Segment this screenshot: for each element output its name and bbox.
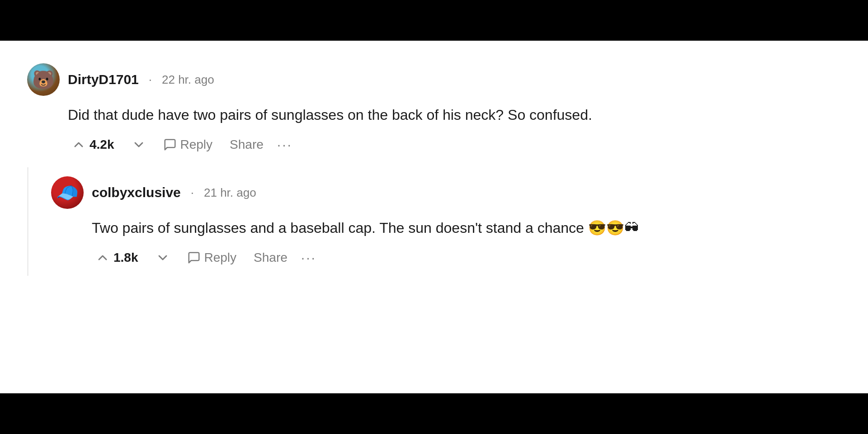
- upvote-icon-2: [95, 250, 110, 265]
- comment-2-header: colbyxclusive · 21 hr. ago: [51, 176, 841, 209]
- share-label-1: Share: [230, 137, 264, 152]
- comment-1-text: Did that dude have two pairs of sunglass…: [68, 104, 841, 126]
- more-button-2[interactable]: ···: [301, 250, 316, 265]
- comment-2-text: Two pairs of sunglasses and a baseball c…: [92, 217, 841, 239]
- downvote-button-2[interactable]: [152, 249, 174, 267]
- comment-1-header: DirtyD1701 · 22 hr. ago: [27, 63, 841, 96]
- separator-1: ·: [149, 73, 152, 87]
- upvote-icon-1: [71, 137, 86, 152]
- reply-button-2[interactable]: Reply: [184, 249, 241, 267]
- reply-label-2: Reply: [204, 250, 237, 265]
- content-area: DirtyD1701 · 22 hr. ago Did that dude ha…: [0, 41, 868, 393]
- share-button-1[interactable]: Share: [226, 136, 267, 154]
- comment-2-actions: 1.8k Reply Share: [92, 249, 841, 267]
- reply-label-1: Reply: [180, 137, 213, 152]
- comment-1-body: Did that dude have two pairs of sunglass…: [68, 104, 841, 154]
- upvote-count-1: 4.2k: [90, 137, 114, 152]
- comment-2: colbyxclusive · 21 hr. ago Two pairs of …: [51, 167, 841, 276]
- share-button-2[interactable]: Share: [250, 249, 291, 267]
- timestamp-2: 21 hr. ago: [204, 186, 256, 200]
- top-bar: [0, 0, 868, 41]
- upvote-button-2[interactable]: 1.8k: [92, 249, 142, 267]
- comment-2-body: Two pairs of sunglasses and a baseball c…: [92, 217, 841, 267]
- comment-1-actions: 4.2k Reply Share ···: [68, 136, 841, 154]
- reply-icon-2: [187, 251, 201, 264]
- downvote-icon-1: [132, 137, 146, 152]
- upvote-count-2: 1.8k: [113, 250, 138, 265]
- avatar-dirtyd1701: [27, 63, 60, 96]
- bottom-bar: [0, 393, 868, 434]
- timestamp-1: 22 hr. ago: [162, 73, 214, 87]
- separator-2: ·: [191, 186, 194, 200]
- username-colbyxclusive: colbyxclusive: [92, 185, 181, 200]
- upvote-button-1[interactable]: 4.2k: [68, 136, 118, 154]
- comment-reply-container: colbyxclusive · 21 hr. ago Two pairs of …: [27, 167, 841, 276]
- share-label-2: Share: [254, 250, 288, 265]
- reply-button-1[interactable]: Reply: [160, 136, 217, 154]
- reply-icon-1: [163, 138, 177, 151]
- downvote-button-1[interactable]: [128, 136, 150, 154]
- more-button-1[interactable]: ···: [277, 137, 292, 152]
- downvote-icon-2: [156, 250, 170, 265]
- avatar-colbyxclusive: [51, 176, 84, 209]
- comment-1: DirtyD1701 · 22 hr. ago Did that dude ha…: [27, 54, 841, 163]
- username-dirtyd1701: DirtyD1701: [68, 72, 139, 87]
